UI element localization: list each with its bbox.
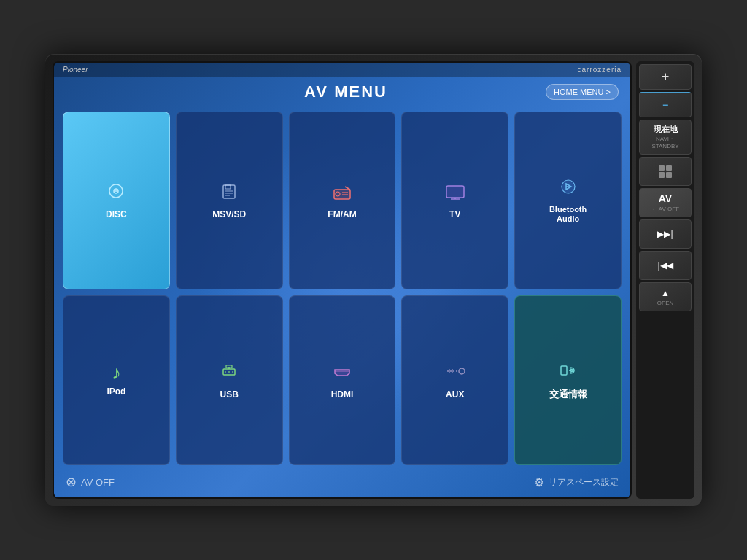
navi-sub-label: NAVI・STANDBY — [643, 135, 688, 149]
device-inner: Pioneer carrozzeria AV MENU HOME MENU > — [53, 61, 694, 499]
bluetooth-icon — [557, 176, 580, 201]
header: AV MENU HOME MENU > — [54, 77, 630, 107]
av-off-button[interactable]: ⊗ AV OFF — [66, 474, 115, 490]
rear-setting-button[interactable]: ⚙ リアスペース設定 — [534, 475, 619, 489]
disc-label: DISC — [106, 209, 127, 219]
menu-grid-button[interactable] — [639, 157, 692, 186]
bluetooth-label: BluetoothAudio — [549, 205, 587, 224]
av-button[interactable]: AV ← AV OFF — [639, 188, 692, 217]
hdmi-label: HDMI — [331, 389, 354, 400]
brand-bar: Pioneer carrozzeria — [54, 63, 630, 77]
usb-icon — [217, 361, 241, 385]
tv-label: TV — [449, 209, 460, 219]
gear-settings-icon: ⚙ — [534, 475, 544, 489]
msv-icon — [217, 181, 241, 205]
svg-point-2 — [115, 190, 117, 192]
fm-am-label: FM/AM — [328, 209, 356, 219]
eject-label: OPEN — [657, 300, 674, 306]
menu-grid-icon — [657, 163, 673, 179]
radio-icon — [330, 181, 354, 205]
footer-bar: ⊗ AV OFF ⚙ リアスペース設定 — [54, 470, 630, 497]
traffic-icon — [557, 360, 580, 384]
svg-rect-3 — [223, 185, 235, 198]
navi-standby-button[interactable]: 現在地 NAVI・STANDBY — [639, 120, 692, 155]
av-sub-label: ← AV OFF — [651, 206, 679, 212]
tv-icon — [444, 181, 467, 205]
svg-rect-13 — [446, 186, 464, 198]
av-label: AV — [659, 193, 672, 204]
traffic-label: 交通情報 — [549, 389, 587, 400]
grid-item-tv[interactable]: TV — [401, 112, 508, 289]
home-menu-button[interactable]: HOME MENU > — [546, 84, 619, 100]
menu-title: AV MENU — [146, 82, 546, 101]
side-controls: + − 現在地 NAVI・STANDBY AV ← AV OFF ▶▶| — [636, 61, 694, 499]
eject-icon: ▲ — [661, 288, 670, 298]
usb-label: USB — [220, 389, 239, 400]
screen-wrapper: Pioneer carrozzeria AV MENU HOME MENU > — [53, 61, 632, 499]
av-off-icon: ⊗ — [66, 474, 77, 490]
skip-back-button[interactable]: |◀◀ — [639, 251, 692, 280]
av-menu-grid: DISC MSV/SD — [54, 107, 630, 470]
ipod-label: iPod — [107, 386, 125, 397]
grid-item-bluetooth[interactable]: BluetoothAudio — [514, 112, 622, 289]
screen: Pioneer carrozzeria AV MENU HOME MENU > — [54, 63, 630, 497]
brand-carrozzeria: carrozzeria — [578, 66, 622, 74]
msv-sd-label: MSV/SD — [212, 209, 246, 219]
plus-icon: + — [662, 69, 670, 85]
svg-point-25 — [459, 368, 465, 374]
skip-forward-icon: ▶▶| — [657, 229, 673, 239]
ipod-icon: ♪ — [112, 363, 121, 382]
skip-back-icon: |◀◀ — [657, 260, 673, 271]
rear-setting-label: リアスペース設定 — [549, 476, 619, 489]
skip-forward-button[interactable]: ▶▶| — [639, 219, 692, 249]
grid-item-traffic[interactable]: 交通情報 — [514, 295, 622, 465]
minus-icon: − — [662, 99, 668, 111]
av-off-label: AV OFF — [81, 477, 115, 488]
grid-item-fm-am[interactable]: FM/AM — [289, 112, 396, 289]
grid-item-aux[interactable]: AUX — [401, 295, 508, 465]
brand-pioneer: Pioneer — [63, 66, 88, 74]
grid-item-usb[interactable]: USB — [176, 295, 283, 465]
grid-item-ipod[interactable]: ♪ iPod — [63, 295, 170, 465]
aux-icon — [444, 361, 467, 385]
aux-label: AUX — [446, 389, 464, 400]
grid-item-msv-sd[interactable]: MSV/SD — [176, 112, 283, 289]
volume-down-button[interactable]: − — [639, 92, 692, 117]
grid-item-hdmi[interactable]: HDMI — [289, 295, 396, 465]
device-unit: Pioneer carrozzeria AV MENU HOME MENU > — [45, 54, 702, 506]
eject-button[interactable]: ▲ OPEN — [639, 282, 692, 311]
disc-icon — [104, 181, 128, 205]
grid-item-disc[interactable]: DISC — [63, 112, 170, 289]
hdmi-icon — [330, 361, 354, 385]
svg-rect-19 — [226, 365, 232, 368]
svg-rect-28 — [561, 366, 567, 375]
navi-label: 現在地 — [654, 125, 678, 133]
volume-up-button[interactable]: + — [639, 64, 692, 90]
